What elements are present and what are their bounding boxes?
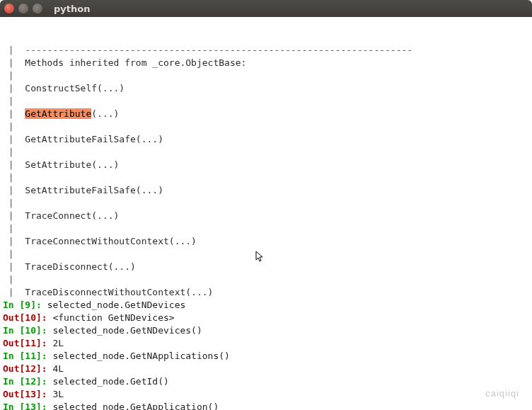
method-TraceConnect: TraceConnect(...) [25, 210, 119, 221]
io-line-in-11: In [11]: selected_node.GetNApplications(… [3, 350, 529, 363]
method-GetAttributeFailSafe: GetAttributeFailSafe(...) [25, 134, 163, 144]
maximize-icon[interactable] [33, 4, 42, 13]
io-line-in-10: In [10]: selected_node.GetNDevices() [3, 324, 529, 337]
window-titlebar: python [0, 0, 532, 17]
method-TraceDisconnectWithoutContext: TraceDisconnectWithoutContext(...) [25, 287, 213, 297]
io-line-out-12: Out[12]: 4L [3, 363, 529, 375]
method-TraceDisconnect: TraceDisconnect(...) [25, 261, 136, 272]
method-SetAttributeFailSafe: SetAttributeFailSafe(...) [25, 185, 163, 195]
io-line-out-10: Out[10]: <function GetNDevices> [3, 312, 529, 324]
io-line-out-11: Out[11]: 2L [3, 337, 529, 350]
window-title: python [54, 4, 90, 14]
help-heading: Methods inherited from _core.ObjectBase: [25, 57, 246, 68]
io-line-in-9: In [9]: selected_node.GetNDevices [3, 299, 529, 312]
io-line-in-13: In [13]: selected_node.GetApplication() [3, 401, 529, 410]
close-icon[interactable] [4, 4, 14, 13]
minimize-icon[interactable] [18, 4, 28, 13]
help-block: | --------------------------------------… [3, 31, 529, 299]
method-TraceConnectWithoutContext: TraceConnectWithoutContext(...) [25, 236, 197, 246]
io-line-in-12: In [12]: selected_node.GetId() [3, 375, 529, 388]
method-ConstructSelf: ConstructSelf(...) [25, 83, 125, 93]
method-SetAttribute: SetAttribute(...) [25, 159, 119, 170]
io-line-out-13: Out[13]: 3L [3, 388, 529, 401]
terminal-output[interactable]: | --------------------------------------… [0, 17, 532, 410]
method-GetAttribute: GetAttribute(...) [25, 108, 119, 119]
